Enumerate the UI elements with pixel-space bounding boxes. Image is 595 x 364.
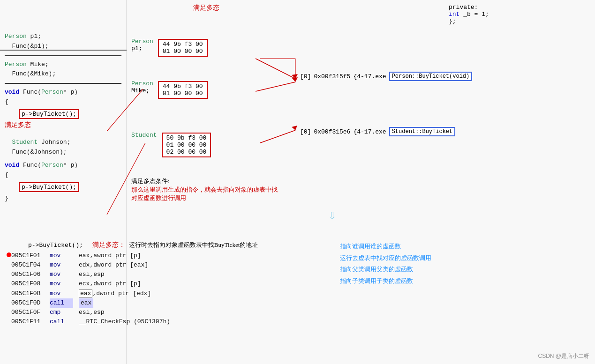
- ann-line-3: 指向父类调用父类的虚函数: [340, 264, 584, 275]
- ann-line-2: 运行去虚表中找对应的虚函数调用: [340, 253, 584, 264]
- condition-label: 满足多态条件:: [131, 177, 281, 186]
- right-annotations-panel: 指向谁调用谁的虚函数 运行去虚表中找对应的虚函数调用 指向父类调用父类的虚函数 …: [335, 239, 588, 289]
- func-p1-line: Func(&p1);: [5, 42, 121, 52]
- person-mike-label-middle: Person Mike;: [131, 80, 153, 94]
- student-johnson-line: Student Johnson;: [5, 138, 121, 148]
- breakpoint-dot: [7, 253, 11, 257]
- buyticket-call-2: p->BuyTicket();: [19, 182, 79, 192]
- asm-satisfy-label: 满足多态：: [92, 241, 125, 248]
- main-content: private: int _b = 1; }; Person p1; Func(…: [0, 0, 595, 364]
- void-func-2: void Func(Person* p): [5, 161, 121, 171]
- asm-line-8: 005C1F11 call __RTC_CheckEsp (05C1307h): [11, 317, 305, 327]
- asm-line-3: 005C1F06 mov esi,esp: [11, 270, 305, 279]
- func-johnson-line: Func(&Johnson);: [5, 148, 121, 157]
- satisfy-label-1: 满足多态: [5, 121, 121, 129]
- student-vtable-index: [0]: [300, 128, 311, 135]
- student-vtable: [0] 0x00f315e6 {4-17.exe Student::BuyTic…: [300, 127, 590, 136]
- buyticket-call-1: p->BuyTicket();: [19, 109, 79, 119]
- student-label-middle: Student: [131, 132, 157, 139]
- person-vtable: [0] 0x00f315f5 {4-17.exe Person::BuyTick…: [300, 72, 590, 81]
- watermark: CSDN @是店小二呀: [538, 352, 589, 360]
- asm-panel: p->BuyTicket(); 满足多态： 运行时去指向对象虚函数表中找BuyT…: [0, 239, 309, 328]
- person-vtable-source: {4-17.exe: [353, 73, 386, 80]
- asm-line-2: 005C1F04 mov edx,dword ptr [eax]: [11, 260, 305, 270]
- ann-line-1: 指向谁调用谁的虚函数: [340, 241, 584, 253]
- open-brace-1: {: [5, 97, 121, 107]
- func-mike-line: Func(&Mike);: [5, 69, 121, 79]
- asm-line-1: 005C1F01 mov eax,aword ptr [p]: [11, 251, 305, 260]
- asm-line-7: 005C1F0F cmp esi,esp: [11, 308, 305, 317]
- asm-title-code: p->BuyTicket();: [28, 242, 83, 249]
- student-vtable-func: Student::BuyTicket: [389, 127, 456, 136]
- satisfy-top-label: 满足多态: [193, 4, 219, 11]
- right-panel: [0] 0x00f315f5 {4-17.exe Person::BuyTick…: [286, 0, 595, 364]
- student-vtable-source: {4-17.exe: [353, 128, 386, 135]
- condition-description: 那么这里调用生成的指令，就会去指向对象的虚表中找对应虚函数进行调用: [131, 186, 281, 202]
- asm-line-6: 005C1F0D call eax: [11, 298, 305, 308]
- person-p1-line: Person p1;: [5, 32, 121, 42]
- person-mike-line: Person Mike;: [5, 60, 121, 70]
- open-brace-2: {: [5, 171, 121, 180]
- person-vtable-index: [0]: [300, 73, 311, 80]
- void-func-1: void Func(Person* p): [5, 88, 121, 97]
- asm-line-5: 005C1F0B mov eax,dword ptr [edx]: [11, 289, 305, 298]
- person-mike-mem-box: 44 9b f3 00 01 00 00 00: [158, 81, 208, 99]
- person-vtable-addr: 0x00f315f5: [314, 73, 350, 80]
- person-p1-mem-box: 44 9b f3 00 01 00 00 00: [158, 39, 208, 57]
- person-vtable-func: Person::BuyTicket(void): [389, 72, 473, 81]
- student-vtable-addr: 0x00f315e6: [314, 128, 350, 135]
- asm-description: 运行时去指向对象虚函数表中找BuyTicket的地址: [129, 241, 258, 248]
- asm-line-4: 005C1F08 mov ecx,dword ptr [p]: [11, 279, 305, 289]
- close-brace-2: }: [5, 194, 121, 204]
- student-mem-box: 50 9b f3 00 01 00 00 00 02 00 00 00: [162, 133, 211, 157]
- ann-line-4: 指向子类调用子类的虚函数: [340, 275, 584, 287]
- person-p1-label-middle: Person p1;: [131, 38, 153, 52]
